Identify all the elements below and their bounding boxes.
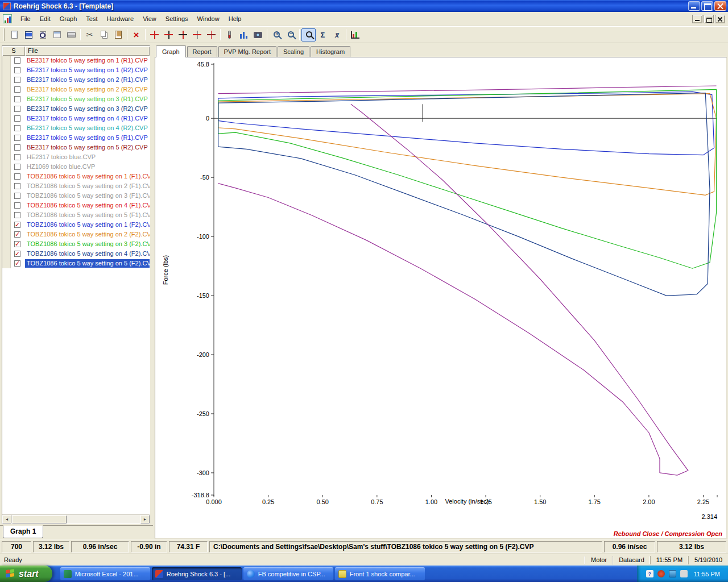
task-button[interactable]: FB competitive in CSP... — [243, 567, 333, 580]
stats-sigma-button[interactable]: Σ — [316, 28, 330, 41]
task-button[interactable]: Microsoft Excel - 201... — [60, 567, 150, 580]
file-visible-checkbox[interactable] — [14, 193, 20, 199]
file-row[interactable]: ✓TOBZ1086 tokico 5 way setting on 1 (F2)… — [2, 220, 150, 230]
copy-button[interactable] — [97, 28, 111, 41]
axis-option-2-button[interactable] — [176, 28, 190, 41]
menu-test[interactable]: Test — [81, 13, 102, 25]
zoom-out-button[interactable] — [283, 28, 297, 41]
probe-button[interactable] — [222, 28, 237, 41]
tray-help-icon[interactable]: ? — [646, 570, 653, 577]
file-visible-checkbox[interactable] — [14, 96, 20, 102]
menu-hardware[interactable]: Hardware — [102, 13, 138, 25]
tab-histogram[interactable]: Histogram — [311, 46, 350, 57]
file-visible-checkbox[interactable] — [14, 135, 20, 141]
levels-button[interactable] — [237, 28, 251, 41]
file-visible-checkbox[interactable] — [14, 183, 20, 189]
file-row[interactable]: TOBZ1086 tokico 5 way setting on 3 (F1).… — [2, 191, 150, 201]
file-row[interactable]: HZ1069 tokico blue.CVP — [2, 162, 150, 172]
task-button[interactable]: Roehrig Shock 6.3 - [... — [152, 567, 242, 580]
file-visible-checkbox[interactable] — [14, 86, 20, 93]
file-visible-checkbox[interactable] — [14, 202, 20, 209]
column-header-file[interactable]: File — [25, 46, 150, 56]
menu-view[interactable]: View — [138, 13, 161, 25]
start-button[interactable]: start — [0, 566, 52, 582]
tab-scaling[interactable]: Scaling — [278, 46, 309, 57]
scroll-left-icon[interactable]: ◄ — [2, 515, 11, 523]
maximize-button[interactable] — [701, 1, 713, 11]
file-visible-checkbox[interactable] — [14, 144, 20, 151]
zoom-in-button[interactable] — [269, 28, 283, 41]
file-visible-checkbox[interactable]: ✓ — [14, 241, 20, 247]
new-button[interactable] — [7, 28, 22, 41]
file-row[interactable]: TOBZ1086 tokico 5 way setting on 1 (F1).… — [2, 172, 150, 181]
print-button[interactable] — [64, 28, 78, 41]
file-row[interactable]: BE2317 tokico 5 way setting on 4 (R2).CV… — [2, 123, 150, 133]
find-button[interactable] — [301, 28, 316, 41]
file-row[interactable]: TOBZ1086 tokico 5 way setting on 5 (F1).… — [2, 210, 150, 220]
print-preview-button[interactable] — [36, 28, 50, 41]
file-row[interactable]: BE2317 tokico 5 way setting on 4 (R1).CV… — [2, 114, 150, 123]
tray-antivirus-icon[interactable] — [657, 570, 665, 577]
axis-option-4-button[interactable] — [204, 28, 218, 41]
menu-help[interactable]: Help — [224, 13, 246, 25]
file-visible-checkbox[interactable] — [14, 125, 20, 131]
file-row[interactable]: TOBZ1086 tokico 5 way setting on 4 (F1).… — [2, 201, 150, 210]
mdi-restore-button[interactable] — [704, 15, 714, 23]
file-visible-checkbox[interactable] — [14, 106, 20, 112]
menu-settings[interactable]: Settings — [161, 13, 193, 25]
menu-edit[interactable]: Edit — [35, 13, 55, 25]
tab-report[interactable]: Report — [187, 46, 217, 57]
file-visible-checkbox[interactable] — [14, 154, 20, 160]
file-visible-checkbox[interactable]: ✓ — [14, 231, 20, 238]
task-button[interactable]: Front 1 shock compar... — [335, 567, 425, 580]
delete-button[interactable]: × — [129, 28, 143, 41]
file-visible-checkbox[interactable] — [14, 67, 20, 73]
mdi-close-button[interactable] — [715, 15, 725, 23]
axis-option-1-button[interactable] — [162, 28, 176, 41]
tab-graph-1[interactable]: Graph 1 — [3, 525, 43, 538]
report-chart-button[interactable] — [348, 28, 362, 41]
file-row[interactable]: BE2317 tokico 5 way setting on 3 (R1).CV… — [2, 94, 150, 104]
file-row[interactable]: BE2317 tokico 5 way setting on 3 (R2).CV… — [2, 104, 150, 114]
file-row[interactable]: ✓TOBZ1086 tokico 5 way setting on 5 (F2)… — [2, 259, 150, 268]
crosshair-button[interactable] — [147, 28, 162, 41]
chart-area[interactable]: 45.80-50-100-150-200-250-300-318.80.0000… — [155, 57, 727, 539]
file-visible-checkbox[interactable] — [14, 77, 20, 83]
file-row[interactable]: ✓TOBZ1086 tokico 5 way setting on 2 (F2)… — [2, 230, 150, 239]
menu-file[interactable]: File — [16, 13, 35, 25]
file-row[interactable]: BE2317 tokico 5 way setting on 1 (R2).CV… — [2, 65, 150, 75]
tab-pvp-mfg-report[interactable]: PVP Mfg. Report — [218, 46, 276, 57]
tray-volume-icon[interactable] — [680, 570, 688, 577]
tray-network-icon[interactable] — [669, 570, 676, 577]
file-row[interactable]: BE2317 tokico 5 way setting on 2 (R1).CV… — [2, 75, 150, 85]
file-visible-checkbox[interactable]: ✓ — [14, 251, 20, 257]
scrollbar-thumb[interactable] — [12, 516, 67, 523]
file-visible-checkbox[interactable]: ✓ — [14, 222, 20, 228]
minimize-button[interactable] — [688, 1, 700, 11]
mdi-minimize-button[interactable] — [692, 15, 702, 23]
stats-mean-button[interactable]: x̄ — [330, 28, 344, 41]
menu-graph[interactable]: Graph — [55, 13, 82, 25]
file-visible-checkbox[interactable] — [14, 164, 20, 170]
file-visible-checkbox[interactable] — [14, 173, 20, 180]
file-visible-checkbox[interactable] — [14, 212, 20, 218]
file-row[interactable]: BE2317 tokico 5 way setting on 5 (R1).CV… — [2, 133, 150, 143]
menu-window[interactable]: Window — [193, 13, 224, 25]
file-row[interactable]: HE2317 tokico blue.CVP — [2, 152, 150, 162]
file-row[interactable]: ✓TOBZ1086 tokico 5 way setting on 4 (F2)… — [2, 249, 150, 259]
horizontal-scrollbar[interactable]: ◄ ► — [2, 514, 150, 523]
axis-option-3-button[interactable] — [190, 28, 204, 41]
file-row[interactable]: BE2317 tokico 5 way setting on 2 (R2).CV… — [2, 85, 150, 94]
file-visible-checkbox[interactable]: ✓ — [14, 260, 20, 267]
close-button[interactable] — [714, 1, 726, 11]
file-row[interactable]: BE2317 tokico 5 way setting on 1 (R1).CV… — [2, 56, 150, 65]
cut-button[interactable]: ✂ — [82, 28, 97, 41]
page-setup-button[interactable] — [50, 28, 64, 41]
paste-button[interactable] — [111, 28, 125, 41]
file-visible-checkbox[interactable] — [14, 115, 20, 122]
scroll-right-icon[interactable]: ► — [140, 515, 150, 523]
save-button[interactable] — [22, 28, 36, 41]
file-row[interactable]: TOBZ1086 tokico 5 way setting on 2 (F1).… — [2, 181, 150, 191]
file-visible-checkbox[interactable] — [14, 57, 20, 64]
tab-graph[interactable]: Graph — [156, 45, 186, 57]
